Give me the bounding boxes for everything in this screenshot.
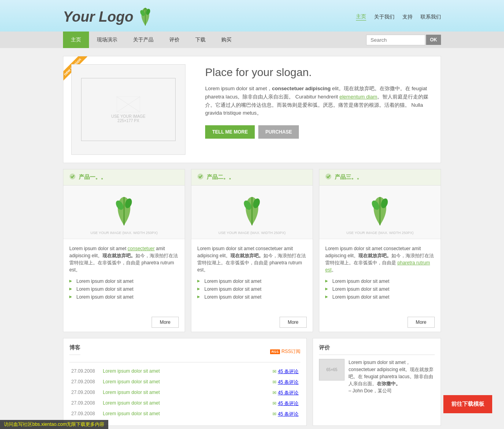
- nav-item-review[interactable]: 评价: [161, 32, 187, 48]
- page-header: Your Logo 主页 关于我们 支持 联系我们: [0, 0, 504, 32]
- table-row: 27.09.2008 Lorem ipsum dolor sit amet ✉ …: [69, 398, 300, 409]
- table-row: 27.09.2008 Lorem ipsum dolor sit amet ✉ …: [69, 377, 300, 388]
- top-nav-support[interactable]: 支持: [402, 13, 413, 20]
- blog-date-5: 27.09.2008: [69, 409, 101, 420]
- product-1-image: USE YOUR IMAGE (MAX. WIDTH 250PX): [63, 186, 185, 239]
- comment-icon-2: ✉: [272, 379, 276, 385]
- blog-header: 博客 RSS RSS订阅: [69, 344, 300, 362]
- nav-links: 主页 现场演示 关于产品 评价 下载 购买: [63, 32, 239, 48]
- product-2-more-button[interactable]: More: [280, 317, 307, 328]
- rss-icon: RSS: [270, 349, 280, 354]
- product-1-icon: [69, 173, 76, 181]
- nav-item-download[interactable]: 下载: [187, 32, 213, 48]
- check-circle-icon: [69, 173, 76, 180]
- product-3-desc: Lorem ipsum dolor sit amet consectetuer …: [325, 245, 435, 273]
- product-1-title[interactable]: 产品一。。: [79, 174, 106, 181]
- hero-section: new version USE YOUR IMAGE 225×177 PX Pl…: [63, 56, 441, 163]
- blog-title-4: Lorem ipsum dolor sit amet: [101, 398, 235, 409]
- hero-text-bold: consectetuer adipiscing: [272, 85, 331, 91]
- product-card-1: 产品一。。 USE YOUR IMAGE (MAX. WIDTH 250PX) …: [63, 169, 185, 332]
- product-2-body: Lorem ipsum dolor sit amet consectetuer …: [191, 239, 313, 313]
- list-item: Lorem ipsum dolor sit amet: [69, 277, 179, 285]
- product-3-img-label: USE YOUR IMAGE (MAX. WIDTH 250PX): [346, 231, 413, 235]
- table-row: 27.09.2008 Lorem ipsum dolor sit amet ✉ …: [69, 409, 300, 420]
- rss-link[interactable]: RSS RSS订阅: [270, 348, 300, 355]
- logo-icon: [135, 6, 155, 28]
- nav-item-demo[interactable]: 现场演示: [89, 32, 125, 48]
- list-item: Lorem ipsum dolor sit amet: [69, 293, 179, 301]
- rss-label: RSS订阅: [282, 348, 301, 355]
- testimonial-author: – John Doe，某公司: [348, 387, 435, 394]
- blog-date-1: 27.09.2008: [69, 366, 101, 377]
- blog-title-5: Lorem ipsum dolor sit amet: [101, 409, 235, 420]
- top-nav: 主页 关于我们 支持 联系我们: [356, 13, 441, 20]
- blog-table: 27.09.2008 Lorem ipsum dolor sit amet ✉ …: [69, 366, 300, 420]
- product-2-title[interactable]: 产品二。。: [207, 174, 234, 181]
- hero-link1[interactable]: elementum diam: [339, 94, 377, 100]
- blog-title-3: Lorem ipsum dolor sit amet: [101, 388, 235, 398]
- product-2-desc: Lorem ipsum dolor sit amet consectetuer …: [197, 245, 307, 273]
- top-nav-contact[interactable]: 联系我们: [421, 13, 441, 20]
- search-area: OK: [366, 35, 441, 45]
- product-3-title[interactable]: 产品三。。: [335, 174, 362, 181]
- list-item: Lorem ipsum dolor sit amet: [325, 277, 435, 285]
- testimonial-title: 评价: [319, 344, 435, 355]
- blog-comments-3: ✉ 45 条评论: [235, 388, 300, 398]
- purchase-button[interactable]: PURCHASE: [258, 125, 299, 139]
- hero-image-text: USE YOUR IMAGE: [111, 114, 145, 119]
- nav-item-home[interactable]: 主页: [63, 32, 89, 48]
- top-nav-about[interactable]: 关于我们: [374, 13, 395, 20]
- product-card-3: 产品三。。 USE YOUR IMAGE (MAX. WIDTH 250PX) …: [319, 169, 441, 332]
- blog-comments-5: ✉ 45 条评论: [235, 409, 300, 420]
- blog-comments-2: ✉ 45 条评论: [235, 377, 300, 388]
- product-1-more-button[interactable]: More: [152, 317, 179, 328]
- product-3-header: 产品三。。: [319, 169, 441, 186]
- top-nav-home[interactable]: 主页: [356, 13, 366, 20]
- comment-icon: ✉: [272, 369, 276, 374]
- product-3-footer: More: [319, 313, 441, 332]
- product-3-more-button[interactable]: More: [408, 317, 435, 328]
- product-2-image: USE YOUR IMAGE (MAX. WIDTH 250PX): [191, 186, 313, 239]
- product-1-desc: Lorem ipsum dolor sit amet consectetuer …: [69, 245, 179, 273]
- product-1-body: Lorem ipsum dolor sit amet consectetuer …: [63, 239, 185, 313]
- product-2-features: Lorem ipsum dolor sit amet Lorem ipsum d…: [197, 277, 307, 301]
- product-3-logo: [364, 193, 396, 229]
- check-circle-icon-2: [197, 173, 204, 180]
- list-item: Lorem ipsum dolor sit amet: [197, 285, 307, 293]
- list-item: Lorem ipsum dolor sit amet: [69, 285, 179, 293]
- blog-title: 博客: [69, 344, 80, 355]
- avatar: 65×65: [319, 359, 345, 381]
- search-input[interactable]: [366, 35, 425, 45]
- product-3-body: Lorem ipsum dolor sit amet consectetuer …: [319, 239, 441, 313]
- blog-section: 博客 RSS RSS订阅 27.09.2008 Lorem ipsum dolo…: [63, 338, 307, 426]
- product-1-logo: [108, 193, 140, 229]
- testimonial-bold: 在弥撒中。: [377, 381, 400, 386]
- hero-image-placeholder: USE YOUR IMAGE 225×177 PX: [81, 78, 176, 141]
- hero-text: Lorem ipsum dolor sit amet，consectetuer …: [205, 85, 429, 117]
- blog-comments-1: ✉ 45 条评论: [235, 366, 300, 377]
- product-3-features: Lorem ipsum dolor sit amet Lorem ipsum d…: [325, 277, 435, 301]
- logo-text: Your Logo: [63, 9, 133, 25]
- list-item: Lorem ipsum dolor sit amet: [197, 293, 307, 301]
- watermark: 访问血写社区bbs.xientao.com无限下载更多内容: [0, 420, 108, 429]
- products-row: 产品一。。 USE YOUR IMAGE (MAX. WIDTH 250PX) …: [63, 169, 441, 332]
- blog-title-1: Lorem ipsum dolor sit amet: [101, 366, 235, 377]
- product-3-icon: [325, 173, 332, 181]
- comment-icon-5: ✉: [272, 411, 276, 417]
- blog-comments-4: ✉ 45 条评论: [235, 398, 300, 409]
- main-nav: 主页 现场演示 关于产品 评价 下载 购买 OK: [0, 32, 504, 48]
- nav-item-product[interactable]: 关于产品: [125, 32, 161, 48]
- hero-buttons: TELL ME MORE PURCHASE: [205, 125, 429, 139]
- search-button[interactable]: OK: [426, 35, 441, 45]
- hero-title: Place for your slogan.: [205, 66, 429, 79]
- list-item: Lorem ipsum dolor sit amet: [325, 285, 435, 293]
- product-1-img-label: USE YOUR IMAGE (MAX. WIDTH 250PX): [91, 231, 158, 235]
- hero-content: Place for your slogan. Lorem ipsum dolor…: [193, 56, 441, 163]
- product-card-2: 产品二。。 USE YOUR IMAGE (MAX. WIDTH 250PX) …: [191, 169, 313, 332]
- table-row: 27.09.2008 Lorem ipsum dolor sit amet ✉ …: [69, 366, 300, 377]
- download-button[interactable]: 前往下载模板: [443, 395, 492, 413]
- nav-item-buy[interactable]: 购买: [213, 32, 239, 48]
- product-1-features: Lorem ipsum dolor sit amet Lorem ipsum d…: [69, 277, 179, 301]
- testimonial-text-area: Lorem ipsum dolor sit amet，consectetuer …: [348, 359, 435, 394]
- tell-me-more-button[interactable]: TELL ME MORE: [205, 125, 255, 139]
